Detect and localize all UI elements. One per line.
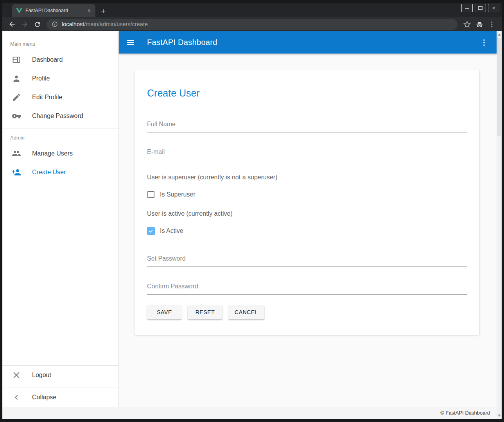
url-path: /main/admin/users/create [84,21,148,27]
app-bar: FastAPI Dashboard [119,31,497,54]
confirm-password-field-wrap [147,281,467,295]
browser-tab[interactable]: FastAPI Dashboard × [12,4,95,17]
main-area: FastAPI Dashboard Create User [119,31,497,407]
new-tab-icon[interactable]: + [101,7,106,15]
full-name-field-wrap [147,118,467,132]
superuser-hint: User is superuser (currently is not a su… [147,174,467,181]
page: Main menu Dashboard Profile [2,31,502,419]
key-icon [12,111,21,121]
superuser-checkbox-row: Is Superuser [147,191,467,198]
appbar-title: FastAPI Dashboard [147,38,217,47]
sidebar-item-label: Change Password [32,113,83,120]
superuser-checkbox-label: Is Superuser [160,191,196,198]
active-hint: User is active (currently active) [147,210,467,217]
sidebar-item-label: Manage Users [32,150,73,157]
hamburger-menu-icon[interactable] [126,38,135,47]
set-password-field-wrap [147,253,467,267]
sidebar-item-collapse[interactable]: Collapse [2,388,118,407]
active-checkbox-row: Is Active [147,227,467,235]
address-bar[interactable]: localhost/main/admin/users/create [47,19,457,30]
scrollbar-up-icon[interactable] [498,34,501,36]
email-field-wrap [147,146,467,160]
forward-icon[interactable] [18,18,31,30]
save-button[interactable]: SAVE [147,305,182,319]
tab-title: FastAPI Dashboard [25,8,83,13]
reset-button[interactable]: RESET [188,305,222,319]
sidebar-item-dashboard[interactable]: Dashboard [2,50,118,69]
back-icon[interactable] [6,18,18,30]
superuser-checkbox[interactable] [147,191,154,198]
pencil-icon [12,93,21,102]
sidebar-item-label: Dashboard [32,56,63,63]
active-checkbox[interactable] [147,227,155,235]
url-text: localhost/main/admin/users/create [62,21,148,27]
bookmark-star-icon[interactable] [461,18,473,30]
sidebar-item-profile[interactable]: Profile [2,69,118,88]
site-info-icon[interactable] [52,21,58,27]
sidebar: Main menu Dashboard Profile [2,31,119,407]
cancel-button[interactable]: CANCEL [228,305,264,319]
person-add-icon [12,168,21,177]
url-host: localhost [62,21,84,27]
vue-logo-favicon [16,8,22,14]
set-password-input[interactable] [147,253,467,267]
scrollbar-thumb[interactable] [497,38,501,136]
active-checkbox-label: Is Active [160,227,183,234]
page-title: Create User [147,88,467,99]
sidebar-item-edit-profile[interactable]: Edit Profile [2,88,118,107]
scrollbar-down-icon[interactable] [498,415,501,417]
close-x-icon [12,370,21,380]
tab-strip: FastAPI Dashboard × + × [2,3,502,17]
minimize-button[interactable] [461,4,473,12]
window-controls: × [459,4,499,12]
copyright-text: © FastAPI Dashboard [440,410,490,416]
browser-toolbar: localhost/main/admin/users/create [2,17,502,31]
sidebar-section-main-menu: Main menu [2,31,118,50]
incognito-icon [473,18,486,30]
sidebar-item-manage-users[interactable]: Manage Users [2,144,118,163]
sidebar-item-change-password[interactable]: Change Password [2,107,118,125]
person-icon [12,74,21,83]
maximize-button[interactable] [475,4,486,12]
sidebar-item-logout[interactable]: Logout [2,366,118,384]
sidebar-item-label: Edit Profile [32,94,62,101]
create-user-card: Create User User is superuser (currently… [135,70,479,335]
confirm-password-input[interactable] [147,281,467,295]
appbar-menu-icon[interactable] [479,38,489,47]
site-footer: © FastAPI Dashboard [2,407,497,419]
tab-close-icon[interactable]: × [86,7,92,14]
sidebar-item-label: Collapse [32,394,56,401]
email-input[interactable] [147,146,467,160]
page-scrollbar[interactable] [497,31,502,419]
form-actions: SAVE RESET CANCEL [147,305,467,319]
sidebar-item-create-user[interactable]: Create User [2,163,118,182]
full-name-input[interactable] [147,118,467,132]
close-button[interactable]: × [488,4,499,12]
dashboard-icon [12,55,21,64]
sidebar-item-label: Create User [32,169,66,176]
sidebar-item-label: Logout [32,372,51,379]
sidebar-section-admin: Admin [2,129,118,144]
people-icon [12,149,21,158]
content-area: Create User User is superuser (currently… [119,54,497,407]
browser-menu-icon[interactable] [486,18,498,30]
chevron-left-icon [12,393,21,402]
reload-icon[interactable] [31,18,43,30]
browser-window: FastAPI Dashboard × + × localhost/main/a… [0,0,504,422]
sidebar-item-label: Profile [32,75,50,82]
